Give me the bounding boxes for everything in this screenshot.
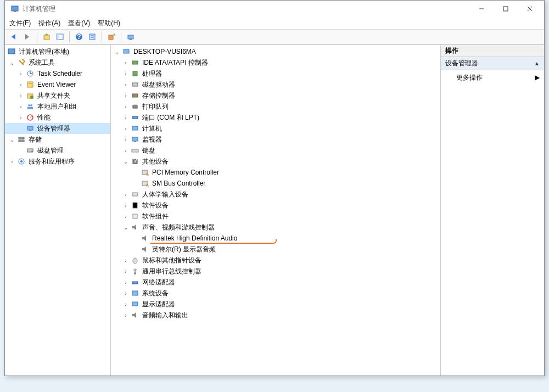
dev-sw-devices[interactable]: ›软件设备 bbox=[111, 200, 440, 211]
chevron-right-icon[interactable]: › bbox=[122, 60, 130, 66]
chevron-right-icon[interactable]: › bbox=[17, 71, 25, 77]
console-tree[interactable]: 计算机管理(本地) ⌄ 系统工具 › Task Scheduler › Even… bbox=[5, 45, 111, 376]
dev-mice[interactable]: ›鼠标和其他指针设备 bbox=[111, 255, 440, 266]
svg-rect-70 bbox=[132, 282, 138, 284]
svg-point-29 bbox=[30, 104, 32, 107]
devroot[interactable]: ⌄DESKTOP-VUSI6MA bbox=[111, 46, 440, 57]
dev-usb[interactable]: ›通用串行总线控制器 bbox=[111, 266, 440, 277]
chevron-right-icon[interactable]: › bbox=[122, 279, 130, 285]
dev-disk-drives[interactable]: ›磁盘驱动器 bbox=[111, 79, 440, 90]
chevron-right-icon[interactable]: › bbox=[122, 312, 130, 318]
help-button[interactable]: ? bbox=[73, 31, 85, 43]
back-button[interactable] bbox=[8, 31, 20, 43]
tree-event-viewer[interactable]: › Event Viewer bbox=[5, 79, 110, 90]
main-window: 计算机管理 文件(F) 操作(A) 查看(V) 帮助(H) ? 计算机管理(本地… bbox=[4, 0, 545, 376]
computer-mgmt-icon bbox=[7, 47, 16, 56]
properties-button[interactable] bbox=[86, 31, 98, 43]
chevron-right-icon[interactable]: › bbox=[122, 104, 130, 110]
display-adapter-icon bbox=[131, 300, 139, 309]
tree-task-scheduler[interactable]: › Task Scheduler bbox=[5, 68, 110, 79]
chevron-down-icon[interactable]: ⌄ bbox=[8, 137, 16, 143]
chevron-right-icon[interactable]: › bbox=[122, 203, 130, 209]
chevron-right-icon[interactable]: › bbox=[122, 137, 130, 143]
svg-rect-52 bbox=[132, 149, 138, 152]
menu-view[interactable]: 查看(V) bbox=[68, 19, 90, 28]
tree-root[interactable]: 计算机管理(本地) bbox=[5, 46, 110, 57]
dev-intel-audio[interactable]: 英特尔(R) 显示器音频 bbox=[111, 244, 440, 255]
menu-action[interactable]: 操作(A) bbox=[38, 19, 60, 28]
dev-sound[interactable]: ⌄声音、视频和游戏控制器 bbox=[111, 222, 440, 233]
menu-help[interactable]: 帮助(H) bbox=[98, 19, 120, 28]
chevron-right-icon[interactable]: › bbox=[122, 268, 130, 275]
dev-audio-io[interactable]: ›音频输入和输出 bbox=[111, 310, 440, 321]
chevron-down-icon[interactable]: ⌄ bbox=[122, 159, 130, 165]
chevron-right-icon[interactable]: › bbox=[17, 82, 25, 88]
chevron-right-icon[interactable]: › bbox=[122, 301, 130, 307]
tree-shared-folders[interactable]: › 共享文件夹 bbox=[5, 90, 110, 101]
chevron-right-icon[interactable]: › bbox=[122, 257, 130, 264]
chevron-down-icon[interactable]: ⌄ bbox=[113, 49, 121, 55]
system-icon bbox=[131, 289, 139, 298]
dev-realtek[interactable]: Realtek High Definition Audio bbox=[111, 233, 440, 244]
mouse-icon bbox=[131, 256, 139, 265]
chevron-right-icon[interactable]: › bbox=[122, 214, 130, 220]
chevron-right-icon[interactable]: › bbox=[122, 192, 130, 198]
dev-ide[interactable]: ›IDE ATA/ATAPI 控制器 bbox=[111, 57, 440, 68]
tree-device-manager[interactable]: 设备管理器 bbox=[5, 123, 110, 134]
chevron-right-icon[interactable]: › bbox=[8, 159, 16, 165]
tree-services-apps[interactable]: › 服务和应用程序 bbox=[5, 156, 110, 167]
toolbar-separator bbox=[102, 31, 102, 42]
dev-computer[interactable]: ›计算机 bbox=[111, 123, 440, 134]
chevron-right-icon[interactable]: › bbox=[122, 290, 130, 296]
actions-more[interactable]: 更多操作 ▶ bbox=[441, 70, 544, 85]
tree-local-users[interactable]: › 本地用户和组 bbox=[5, 101, 110, 112]
close-button[interactable] bbox=[518, 1, 542, 17]
dev-print[interactable]: ›打印队列 bbox=[111, 101, 440, 112]
dev-hid[interactable]: ›人体学输入设备 bbox=[111, 189, 440, 200]
maximize-button[interactable] bbox=[494, 1, 518, 17]
svg-rect-41 bbox=[124, 49, 129, 53]
scan-hardware-button[interactable] bbox=[125, 31, 137, 43]
dev-net[interactable]: ›网络适配器 bbox=[111, 277, 440, 288]
tree-system-tools[interactable]: ⌄ 系统工具 bbox=[5, 57, 110, 68]
chevron-right-icon[interactable]: › bbox=[17, 115, 25, 121]
chevron-right-icon[interactable]: › bbox=[122, 82, 130, 88]
tree-storage[interactable]: ⌄ 存储 bbox=[5, 134, 110, 145]
chevron-down-icon[interactable]: ⌄ bbox=[122, 225, 130, 231]
dev-sw-components[interactable]: ›软件组件 bbox=[111, 211, 440, 222]
actions-section[interactable]: 设备管理器 ▲ bbox=[441, 57, 544, 70]
device-tree[interactable]: ⌄DESKTOP-VUSI6MA ›IDE ATA/ATAPI 控制器 ›处理器… bbox=[111, 45, 441, 376]
dev-sys-devices[interactable]: ›系统设备 bbox=[111, 288, 440, 299]
actions-header: 操作 bbox=[441, 45, 544, 57]
chevron-right-icon[interactable]: › bbox=[122, 71, 130, 77]
dev-sm-bus[interactable]: SM Bus Controller bbox=[111, 178, 440, 189]
performance-icon bbox=[26, 113, 35, 122]
show-hide-tree-button[interactable] bbox=[54, 31, 66, 43]
disk-icon bbox=[26, 146, 35, 155]
svg-marker-64 bbox=[142, 247, 146, 252]
menu-file[interactable]: 文件(F) bbox=[9, 19, 31, 28]
tree-disk-mgmt[interactable]: 磁盘管理 bbox=[5, 145, 110, 156]
dev-other[interactable]: ⌄?其他设备 bbox=[111, 156, 440, 167]
minimize-button[interactable] bbox=[469, 1, 494, 17]
chevron-right-icon[interactable]: › bbox=[122, 148, 130, 154]
up-button[interactable] bbox=[41, 31, 53, 43]
forward-button[interactable] bbox=[21, 31, 33, 43]
dev-display[interactable]: ›显示适配器 bbox=[111, 299, 440, 310]
collapse-icon[interactable]: ▲ bbox=[534, 60, 540, 66]
svg-rect-61 bbox=[133, 214, 137, 219]
chevron-down-icon[interactable]: ⌄ bbox=[8, 60, 16, 66]
tree-performance[interactable]: › 性能 bbox=[5, 112, 110, 123]
chevron-right-icon[interactable]: › bbox=[17, 93, 25, 99]
chevron-right-icon[interactable]: › bbox=[122, 93, 130, 99]
chevron-right-icon[interactable]: › bbox=[122, 115, 130, 121]
chevron-right-icon[interactable]: › bbox=[17, 104, 25, 110]
chevron-right-icon[interactable]: › bbox=[122, 126, 130, 132]
dev-ports[interactable]: ›端口 (COM 和 LPT) bbox=[111, 112, 440, 123]
dev-monitors[interactable]: ›监视器 bbox=[111, 134, 440, 145]
refresh-button[interactable] bbox=[105, 31, 117, 43]
dev-storage-ctrl[interactable]: ›存储控制器 bbox=[111, 90, 440, 101]
dev-cpu[interactable]: ›处理器 bbox=[111, 68, 440, 79]
dev-pci-mem[interactable]: PCI Memory Controller bbox=[111, 167, 440, 178]
dev-keyboards[interactable]: ›键盘 bbox=[111, 145, 440, 156]
